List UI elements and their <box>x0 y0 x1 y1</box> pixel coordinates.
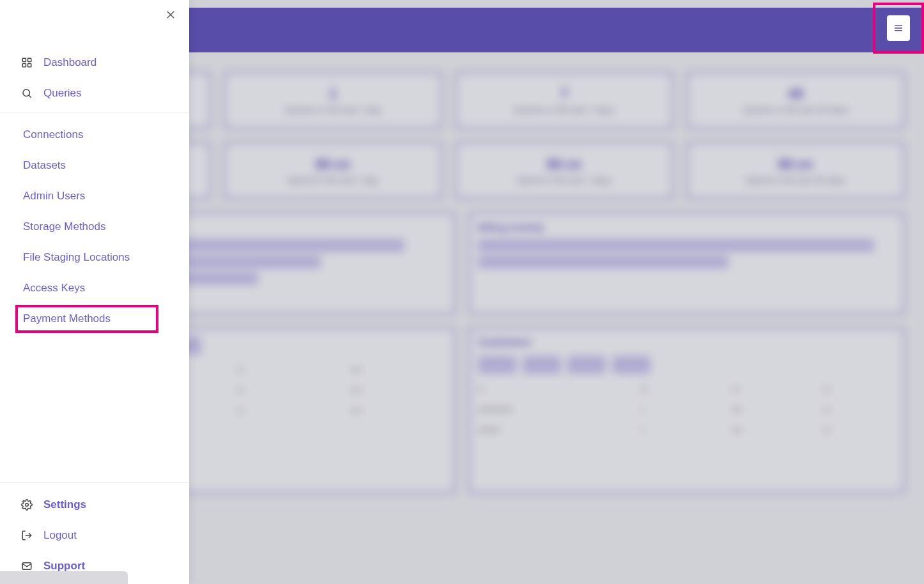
sidebar-item-label: Logout <box>43 529 77 542</box>
sidebar-item-file-staging[interactable]: File Staging Locations <box>0 242 189 273</box>
sidebar-item-label: Settings <box>43 498 86 511</box>
sidebar-nav-bottom: Settings Logout Support <box>0 482 189 584</box>
sidebar-item-logout[interactable]: Logout <box>0 520 189 551</box>
sidebar-item-label: Support <box>43 560 85 572</box>
bottom-shadow <box>0 571 128 584</box>
menu-toggle-highlight <box>873 3 924 54</box>
svg-rect-5 <box>22 58 26 61</box>
sidebar-item-payment-methods[interactable]: Payment Methods <box>0 304 189 334</box>
svg-point-11 <box>26 503 29 507</box>
search-icon <box>20 87 33 100</box>
sidebar-item-label: Dashboard <box>43 56 96 69</box>
sidebar-item-connections[interactable]: Connections <box>0 119 189 150</box>
mail-icon <box>20 560 33 572</box>
hamburger-icon <box>893 22 904 34</box>
logout-icon <box>20 529 33 542</box>
sidebar-nav-secondary: Connections Datasets Admin Users Storage… <box>0 112 189 334</box>
svg-rect-7 <box>22 64 26 67</box>
svg-point-9 <box>23 89 30 96</box>
sidebar-item-dashboard[interactable]: Dashboard <box>0 47 189 78</box>
svg-rect-8 <box>28 64 31 67</box>
menu-toggle-button[interactable] <box>887 15 910 41</box>
sidebar-item-label: Storage Methods <box>23 220 105 233</box>
sidebar-item-label: Payment Methods <box>23 312 111 325</box>
svg-rect-6 <box>28 58 31 61</box>
svg-line-10 <box>29 95 31 98</box>
sidebar-item-label: Connections <box>23 128 84 141</box>
sidebar-item-label: Datasets <box>23 159 66 172</box>
close-button[interactable] <box>165 9 176 23</box>
sidebar-item-queries[interactable]: Queries <box>0 78 189 109</box>
gear-icon <box>20 498 33 511</box>
sidebar-item-label: Access Keys <box>23 282 85 295</box>
sidebar-item-admin-users[interactable]: Admin Users <box>0 181 189 211</box>
sidebar-item-storage-methods[interactable]: Storage Methods <box>0 211 189 242</box>
sidebar-drawer: Dashboard Queries Connections Datasets A… <box>0 0 189 584</box>
sidebar-item-datasets[interactable]: Datasets <box>0 150 189 181</box>
sidebar-item-access-keys[interactable]: Access Keys <box>0 273 189 304</box>
sidebar-nav-primary: Dashboard Queries <box>0 0 189 109</box>
close-icon <box>165 9 176 20</box>
sidebar-item-label: File Staging Locations <box>23 251 130 264</box>
sidebar-item-settings[interactable]: Settings <box>0 489 189 520</box>
sidebar-item-label: Queries <box>43 87 82 100</box>
grid-icon <box>20 56 33 69</box>
sidebar-item-label: Admin Users <box>23 190 85 203</box>
